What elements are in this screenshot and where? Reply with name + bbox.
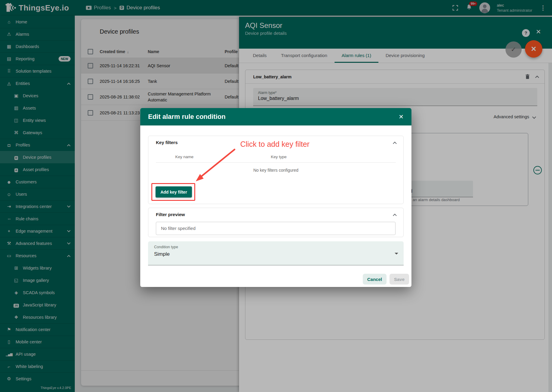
filter-preview-empty-box: No filter specified xyxy=(156,222,396,235)
condition-type-label: Condition type xyxy=(154,245,178,249)
column-key-type: Key type xyxy=(264,155,294,159)
modal-close-icon[interactable]: ✕ xyxy=(399,113,404,120)
annotation-arrow xyxy=(180,138,258,192)
modal-header: Edit alarm rule condition ✕ xyxy=(140,108,411,125)
collapse-key-filters-icon[interactable] xyxy=(393,142,397,146)
save-button[interactable]: Save xyxy=(390,274,409,285)
cancel-button[interactable]: Cancel xyxy=(363,274,387,285)
collapse-filter-preview-icon[interactable] xyxy=(393,214,397,218)
key-filters-title: Key filters xyxy=(156,140,178,145)
dropdown-caret-icon xyxy=(395,253,398,255)
condition-type-select[interactable]: Condition type Simple xyxy=(148,241,404,265)
modal-title: Edit alarm rule condition xyxy=(148,113,226,121)
condition-type-value: Simple xyxy=(154,251,170,257)
filter-preview-card: Filter preview No filter specified xyxy=(148,208,404,237)
filter-preview-title: Filter preview xyxy=(156,212,185,217)
